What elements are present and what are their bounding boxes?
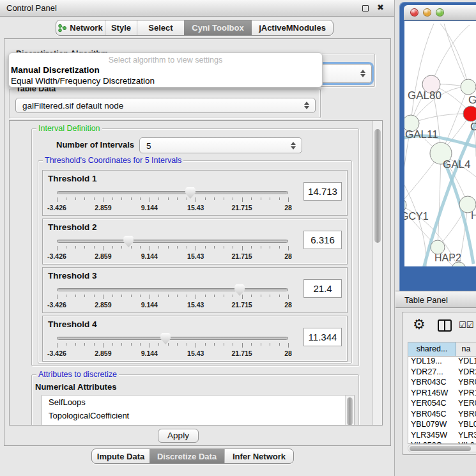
threshold-value-field[interactable]: 14.713 <box>303 182 342 201</box>
slider-track[interactable] <box>57 240 288 243</box>
slider-tick <box>57 197 58 202</box>
column-header-shared-name[interactable]: shared... <box>408 342 456 356</box>
network-canvas[interactable]: GAL80GACGAL11GAL4GCY1HHAP2 <box>404 21 476 266</box>
tab-infer-network[interactable]: Infer Network <box>224 449 293 463</box>
table-row[interactable]: YBR043CYBR0 <box>408 378 476 388</box>
table-row[interactable]: YDL19...YDL1 <box>408 357 476 367</box>
slider-track[interactable] <box>57 288 288 291</box>
popup-item-equal-width-frequency[interactable]: Equal Width/Frequency Discretization <box>9 75 322 86</box>
slider-track[interactable] <box>57 337 288 340</box>
slider-tick-label: 9.144 <box>141 252 158 260</box>
attribute-item[interactable]: SelfLoops <box>42 395 354 409</box>
cell-shared-name: YBR043C <box>408 378 456 388</box>
table-row[interactable]: YER054CYER0 <box>408 399 476 410</box>
settings-scrollbar-thumb[interactable] <box>374 129 381 243</box>
table-panel-titlebar: Table Panel <box>395 291 476 308</box>
table-data-combobox[interactable]: galFiltered.sif default node <box>15 98 316 113</box>
minimize-traffic-light-icon[interactable] <box>423 8 431 17</box>
slider-tick <box>94 197 95 200</box>
network-canvas-svg: GAL80GACGAL11GAL4GCY1HHAP2 <box>404 21 476 266</box>
gear-icon[interactable]: ⚙ <box>413 318 426 332</box>
table-row[interactable]: YPR145WYPR1 <box>408 388 476 399</box>
threshold-slider[interactable]: -3.4262.8599.14415.4321.71528 <box>57 333 288 358</box>
table-hscrollbar[interactable] <box>408 444 476 452</box>
maximize-traffic-light-icon[interactable] <box>436 8 444 17</box>
network-window-titlebar[interactable] <box>404 5 476 20</box>
slider-tick <box>205 197 206 200</box>
show-columns-icon[interactable] <box>438 319 452 332</box>
slider-thumb[interactable] <box>160 333 171 344</box>
threshold-value-field[interactable]: 11.344 <box>303 328 342 346</box>
attribute-item[interactable]: TopologicalCoefficient <box>42 409 354 422</box>
network-edge[interactable] <box>411 114 471 123</box>
network-node-c[interactable] <box>463 106 476 121</box>
network-node-label: GAL80 <box>408 89 441 102</box>
slider-tick <box>57 295 58 299</box>
threshold-label: Threshold 1 <box>48 174 97 183</box>
tab-impute-data[interactable]: Impute Data <box>92 449 150 463</box>
table-hscrollbar-thumb[interactable] <box>410 446 471 451</box>
list-scrollbar-thumb[interactable] <box>347 397 353 426</box>
slider-tick-label: 9.144 <box>141 301 158 309</box>
slider-tick <box>75 343 76 346</box>
threshold-slider[interactable]: -3.4262.8599.14415.4321.71528 <box>57 187 288 213</box>
num-intervals-combobox[interactable]: 5 <box>139 137 302 153</box>
tab-label: Impute Data <box>97 452 144 461</box>
slider-tick-label: 9.144 <box>141 349 158 357</box>
slider-tick-label: 15.43 <box>187 252 204 260</box>
column-header-name[interactable]: na <box>456 342 476 356</box>
slider-tick <box>205 343 206 346</box>
table-row[interactable]: YBR045CYBR0 <box>408 410 476 420</box>
slider-tick <box>84 197 85 200</box>
slider-tick <box>150 343 150 348</box>
table-row[interactable]: YBL079WYBL0 <box>408 420 476 431</box>
threshold-panel-1: Threshold 1 -3.4262.8599.14415.4321.7152… <box>42 170 348 216</box>
tab-label: Infer Network <box>233 452 286 461</box>
slider-tick-label: -3.426 <box>47 301 66 309</box>
cell-name: YLR3 <box>456 431 476 441</box>
network-node-gcy1[interactable] <box>404 198 406 212</box>
numerical-attributes-list[interactable]: SelfLoopsTopologicalCoefficientBetweenne… <box>42 395 355 426</box>
slider-tick <box>121 295 122 297</box>
tab-network[interactable]: Network <box>56 20 105 35</box>
slider-thumb[interactable] <box>234 284 245 296</box>
table-row[interactable]: YDR27...YDR2 <box>408 367 476 378</box>
settings-scrollbar[interactable] <box>372 121 382 425</box>
close-traffic-light-icon[interactable] <box>410 8 418 17</box>
network-edge[interactable] <box>411 24 434 123</box>
tab-select[interactable]: Select <box>137 20 184 35</box>
tab-cyni-toolbox[interactable]: Cyni Toolbox <box>184 20 252 35</box>
slider-thumb[interactable] <box>123 236 134 247</box>
float-window-icon[interactable] <box>362 5 369 12</box>
network-edge[interactable] <box>438 153 441 247</box>
apply-button[interactable]: Apply <box>158 429 199 443</box>
threshold-slider[interactable]: -3.4262.8599.14415.4321.71528 <box>57 236 288 261</box>
cell-name: YPR1 <box>456 388 476 399</box>
network-edge[interactable] <box>444 24 468 87</box>
tab-discretize-data[interactable]: Discretize Data <box>150 449 224 463</box>
tab-label: Cyni Toolbox <box>192 23 243 33</box>
threshold-value-field[interactable]: 21.4 <box>303 279 342 298</box>
list-scrollbar[interactable] <box>345 395 354 426</box>
threshold-slider[interactable]: -3.4262.8599.14415.4321.71528 <box>57 284 288 310</box>
slider-tick <box>121 197 122 200</box>
slider-tick-label: 9.144 <box>141 204 158 211</box>
threshold-value-field[interactable]: 6.316 <box>303 231 342 249</box>
table-row[interactable]: YLR345WYLR3 <box>408 431 476 441</box>
close-icon[interactable]: ✖ <box>377 3 384 12</box>
network-window[interactable]: GAL80GACGAL11GAL4GCY1HHAP2 <box>399 2 476 291</box>
popup-item-manual-discretization[interactable]: Manual Discretization <box>9 65 322 75</box>
settings-scroll-area: Interval Definition Number of Intervals … <box>9 120 383 426</box>
tab-jactivemnodules[interactable]: jActiveMNodules <box>252 20 333 35</box>
slider-tick <box>158 246 159 249</box>
select-columns-checks-icon[interactable]: ☑☑ <box>459 320 473 330</box>
network-edge[interactable] <box>404 178 426 266</box>
combo-value: 5 <box>146 141 151 150</box>
slider-tick <box>177 343 178 346</box>
tab-style[interactable]: Style <box>105 20 137 35</box>
network-node-ga[interactable] <box>461 79 476 95</box>
network-edge[interactable] <box>431 25 470 84</box>
slider-track[interactable] <box>57 191 288 194</box>
popup-placeholder: Select algorithm to view settings <box>9 56 322 65</box>
attribute-item[interactable]: BetweennessCentrality <box>42 422 354 426</box>
